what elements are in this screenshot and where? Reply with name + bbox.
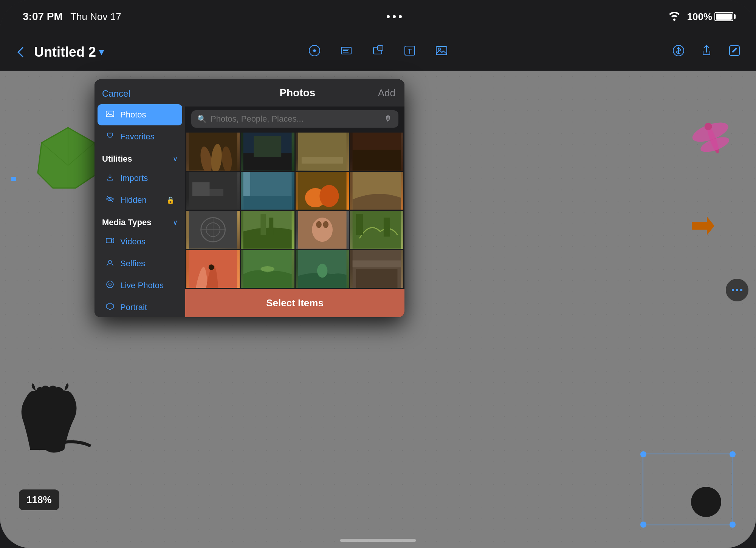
svg-marker-31 bbox=[107, 303, 113, 310]
search-input[interactable] bbox=[211, 114, 380, 124]
photo-cell[interactable] bbox=[241, 172, 294, 210]
add-button[interactable]: Add bbox=[378, 87, 395, 99]
modal-overlay: Cancel Photos bbox=[0, 0, 756, 548]
mic-icon[interactable]: 🎙 bbox=[384, 114, 392, 124]
photo-cell[interactable] bbox=[186, 133, 240, 171]
svg-rect-46 bbox=[352, 150, 401, 171]
select-items-bar[interactable]: Select Items bbox=[185, 289, 404, 317]
sidebar-item-portrait[interactable]: Portrait bbox=[98, 297, 182, 317]
picker-header: Photos Add bbox=[185, 79, 404, 107]
photos-icon bbox=[105, 110, 115, 120]
svg-point-68 bbox=[323, 221, 328, 228]
photo-cell[interactable] bbox=[296, 211, 349, 249]
sidebar-label-favorites: Favorites bbox=[120, 132, 154, 142]
photo-cell[interactable] bbox=[241, 250, 294, 288]
photo-cell[interactable] bbox=[350, 133, 403, 171]
svg-rect-71 bbox=[384, 218, 390, 236]
picker-main: Photos Add 🔍 🎙 bbox=[185, 79, 404, 317]
favorites-icon bbox=[105, 131, 115, 142]
photo-cell[interactable] bbox=[241, 133, 294, 171]
photo-cell[interactable] bbox=[186, 172, 240, 210]
svg-point-27 bbox=[108, 260, 112, 263]
lock-icon: 🔒 bbox=[166, 196, 175, 204]
photo-cell[interactable] bbox=[296, 250, 349, 288]
photo-cell[interactable] bbox=[296, 172, 349, 210]
photo-cell[interactable] bbox=[350, 250, 403, 288]
sidebar-item-videos[interactable]: Videos bbox=[98, 231, 182, 252]
utilities-section-header[interactable]: Utilities ∨ bbox=[94, 148, 185, 167]
svg-rect-49 bbox=[192, 182, 210, 196]
sidebar-item-hidden[interactable]: Hidden 🔒 bbox=[98, 190, 182, 211]
videos-icon bbox=[105, 236, 115, 247]
photo-cell[interactable] bbox=[296, 133, 349, 171]
svg-rect-64 bbox=[269, 218, 273, 235]
photo-cell[interactable] bbox=[350, 211, 403, 249]
selfies-icon bbox=[105, 258, 115, 269]
sidebar-header: Cancel bbox=[94, 79, 185, 103]
svg-rect-63 bbox=[261, 214, 266, 235]
sidebar-label-portrait: Portrait bbox=[120, 303, 147, 312]
media-types-section-header[interactable]: Media Types ∨ bbox=[94, 211, 185, 230]
photo-cell[interactable] bbox=[186, 250, 240, 288]
select-items-label: Select Items bbox=[266, 297, 324, 309]
picker-title: Photos bbox=[279, 87, 315, 99]
photo-cell[interactable] bbox=[350, 172, 403, 210]
sidebar-item-live-photos[interactable]: Live Photos bbox=[98, 275, 182, 296]
svg-point-73 bbox=[209, 264, 214, 270]
svg-rect-23 bbox=[106, 111, 114, 117]
photo-cell[interactable] bbox=[241, 211, 294, 249]
sidebar-label-videos: Videos bbox=[120, 237, 146, 247]
svg-rect-52 bbox=[243, 196, 292, 210]
sidebar-item-imports[interactable]: Imports bbox=[98, 168, 182, 189]
search-bar: 🔍 🎙 bbox=[191, 110, 398, 128]
hidden-icon bbox=[105, 195, 115, 205]
sidebar-label-photos: Photos bbox=[120, 110, 146, 120]
sidebar-label-hidden: Hidden bbox=[120, 195, 147, 205]
photo-picker: Cancel Photos bbox=[94, 79, 404, 317]
media-types-chevron: ∨ bbox=[173, 218, 178, 227]
sidebar-label-selfies: Selfies bbox=[120, 259, 145, 269]
svg-point-30 bbox=[109, 283, 111, 286]
live-photos-icon bbox=[105, 280, 115, 291]
svg-point-75 bbox=[261, 266, 275, 272]
photo-cell[interactable] bbox=[186, 211, 240, 249]
utilities-chevron: ∨ bbox=[173, 155, 178, 163]
imports-icon bbox=[105, 173, 115, 184]
svg-point-55 bbox=[319, 185, 339, 207]
portrait-icon bbox=[105, 302, 115, 313]
svg-point-66 bbox=[312, 218, 333, 242]
utilities-title: Utilities bbox=[102, 154, 132, 164]
svg-rect-44 bbox=[301, 157, 343, 164]
media-types-title: Media Types bbox=[102, 218, 151, 227]
sidebar-item-favorites[interactable]: Favorites bbox=[98, 126, 182, 147]
svg-rect-26 bbox=[106, 238, 112, 243]
sidebar-label-live-photos: Live Photos bbox=[120, 281, 164, 290]
svg-point-67 bbox=[316, 221, 322, 228]
sidebar-item-selfies[interactable]: Selfies bbox=[98, 253, 182, 274]
svg-point-77 bbox=[317, 264, 327, 278]
cancel-button[interactable]: Cancel bbox=[102, 88, 130, 99]
search-icon: 🔍 bbox=[197, 114, 207, 123]
svg-rect-79 bbox=[356, 269, 398, 288]
svg-rect-42 bbox=[254, 136, 281, 157]
picker-sidebar: Cancel Photos bbox=[94, 79, 185, 317]
svg-rect-70 bbox=[356, 214, 363, 235]
sidebar-label-imports: Imports bbox=[120, 173, 148, 183]
svg-rect-43 bbox=[298, 133, 346, 171]
sidebar-item-photos[interactable]: Photos bbox=[98, 104, 182, 125]
photo-grid bbox=[185, 131, 404, 289]
ipad-frame: 3:07 PM Thu Nov 17 100% bbox=[0, 0, 756, 548]
